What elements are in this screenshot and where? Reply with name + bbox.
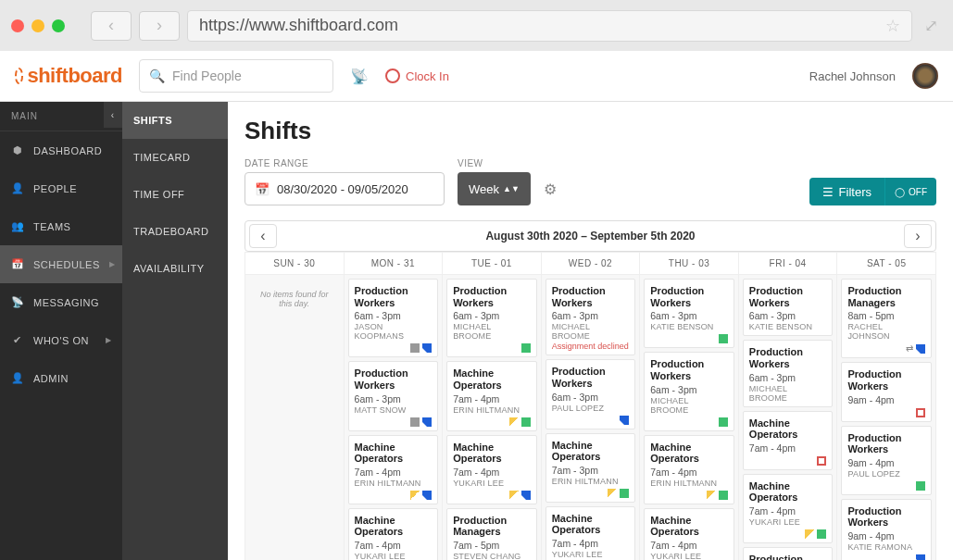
subnav-item-availability[interactable]: AVAILABILITY — [122, 250, 228, 287]
shift-title: Machine Operators — [453, 442, 531, 465]
status-badge-green — [521, 417, 531, 427]
shift-card[interactable]: Production Workers6am - 3pmMICHAEL BROOM… — [446, 279, 537, 357]
sidebar-item-label: MESSAGING — [33, 297, 99, 308]
shift-card[interactable]: Production Workers6am - 3pmMATT SNOW — [348, 361, 439, 430]
logo[interactable]: shiftboard — [15, 64, 122, 88]
shift-card[interactable]: Machine Operators7am - 4pmYUKARI LEE — [644, 508, 734, 560]
shift-card[interactable]: Machine Operators7am - 4pmERIN HILTMANN — [446, 361, 537, 430]
shift-title: Production Workers — [453, 285, 531, 308]
shift-title: Production Managers — [847, 285, 925, 308]
shift-card[interactable]: Machine Operators7am - 4pmYUKARI LEE — [545, 506, 636, 560]
status-badge-open — [916, 408, 925, 417]
filters-button[interactable]: ☰ Filters — [809, 178, 884, 205]
shift-card[interactable]: Production Workers9am - 4pmKATIE RAMONA — [841, 499, 932, 560]
shift-title: Machine Operators — [650, 515, 728, 538]
shift-card[interactable]: Machine Operators7am - 4pmYUKARI LEE — [348, 508, 439, 560]
shift-time: 7am - 4pm — [453, 467, 531, 478]
shift-card[interactable]: Machine Operators7am - 4pmYUKARI LEE — [446, 435, 537, 504]
status-badge-blue — [521, 491, 531, 500]
prev-week-button[interactable]: ‹ — [249, 224, 277, 248]
sidebar-item-who-s-on[interactable]: ✔WHO'S ON▶ — [0, 321, 122, 359]
username[interactable]: Rachel Johnson — [809, 69, 896, 83]
status-badge-blue — [916, 554, 925, 560]
user-avatar[interactable] — [912, 63, 938, 89]
shift-card[interactable]: Production Managers8am - 5pmRACHEL JOHNS… — [841, 279, 932, 358]
shift-time: 7am - 4pm — [650, 540, 728, 551]
sidebar-icon: ✔ — [11, 334, 24, 346]
sidebar-item-messaging[interactable]: 📡MESSAGING — [0, 283, 122, 321]
shift-card[interactable]: Production Managers7am - 5pmSTEVEN CHANG — [446, 508, 537, 560]
shift-card[interactable]: Machine Operators7am - 4pmERIN HILTMANN — [348, 435, 439, 504]
settings-gear-icon[interactable]: ⚙ — [538, 180, 562, 198]
chevron-updown-icon: ▲▼ — [503, 184, 520, 193]
sidebar-item-schedules[interactable]: 📅SCHEDULES▶ — [0, 245, 122, 283]
shift-person: ERIN HILTMANN — [453, 405, 531, 415]
shift-card[interactable]: Machine Operators7am - 3pmERIN HILTMANN — [545, 433, 636, 503]
sidebar-item-teams[interactable]: 👥TEAMS — [0, 207, 122, 245]
back-button[interactable]: ‹ — [91, 11, 132, 41]
bookmark-star-icon[interactable]: ☆ — [885, 16, 900, 36]
sidebar-item-admin[interactable]: 👤ADMIN — [0, 359, 122, 397]
broadcast-icon[interactable]: 📡 — [350, 68, 369, 85]
collapse-sidebar-button[interactable]: ‹ — [104, 102, 122, 128]
shift-card[interactable]: Production Workers6am - 3pmJASON KOOPMAN… — [348, 279, 439, 357]
view-dropdown[interactable]: Week ▲▼ — [458, 172, 531, 205]
subnav-item-shifts[interactable]: SHIFTS — [122, 102, 228, 139]
shift-time: 7am - 4pm — [650, 467, 728, 478]
forward-button[interactable]: › — [139, 11, 180, 41]
shift-card[interactable]: Machine Operators7am - 4pmYUKARI LEE — [743, 474, 834, 543]
minimize-window[interactable] — [31, 19, 44, 32]
address-bar[interactable]: https://www.shiftboard.com ☆ — [187, 10, 912, 42]
shift-time: 7am - 4pm — [749, 442, 827, 454]
date-range-display: August 30th 2020 – September 5th 2020 — [281, 230, 900, 243]
status-badge-blue — [422, 491, 432, 500]
sidebar-item-dashboard[interactable]: ⬢DASHBOARD — [0, 131, 122, 169]
subnav-item-time-off[interactable]: TIME OFF — [122, 176, 228, 213]
shift-card[interactable]: Production Workers6am - 3pmMICHAEL BROOM… — [644, 352, 734, 430]
day-header: MON - 31 — [345, 252, 443, 275]
day-body: No items found for this day. — [245, 275, 344, 560]
search-icon: 🔍 — [149, 68, 165, 83]
shift-time: 6am - 3pm — [749, 310, 827, 321]
shift-title: Production Managers — [453, 515, 531, 538]
shift-time: 8am - 5pm — [847, 310, 925, 321]
status-badge-green — [719, 417, 728, 427]
subnav-item-tradeboard[interactable]: TRADEBOARD — [122, 213, 228, 250]
flag-icon — [509, 417, 519, 427]
shift-title: Production Workers — [847, 432, 925, 455]
shift-card[interactable]: Production Workers9am - 4pmPAUL LOPEZ — [841, 426, 932, 495]
close-window[interactable] — [11, 19, 24, 32]
subnav-item-timecard[interactable]: TIMECARD — [122, 139, 228, 176]
shift-title: Machine Operators — [749, 480, 827, 504]
shift-card[interactable]: Machine Operators7am - 4pm — [743, 411, 834, 470]
date-range-input[interactable]: 📅 08/30/2020 - 09/05/2020 — [245, 172, 445, 205]
fullscreen-icon[interactable]: ⤢ — [920, 16, 942, 36]
shift-badges — [749, 456, 827, 466]
shift-card[interactable]: Production Workers6am - 3pmKATIE BENSON — [644, 279, 734, 348]
shift-card[interactable]: Production Workers6am - 3pmKATIE BENSON — [743, 279, 834, 336]
shift-person: YUKARI LEE — [552, 550, 630, 559]
clock-in-button[interactable]: Clock In — [385, 68, 449, 83]
shift-card[interactable]: Production Workers6am - 3pmMICHAEL BROOM… — [743, 340, 834, 406]
search-input[interactable]: 🔍 Find People — [139, 59, 333, 93]
next-week-button[interactable]: › — [904, 224, 932, 248]
maximize-window[interactable] — [52, 19, 65, 32]
status-badge-green — [817, 529, 826, 539]
shift-person: MICHAEL BROOME — [453, 322, 531, 341]
filters-off-toggle[interactable]: ◯ OFF — [884, 178, 936, 205]
shift-card[interactable]: Production Workers9am - 4pm — [841, 362, 932, 421]
shift-title: Production Workers — [847, 505, 925, 529]
shift-title: Machine Operators — [650, 442, 728, 465]
day-column: THU - 03Production Workers6am - 3pmKATIE… — [640, 252, 739, 560]
day-header: SAT - 05 — [837, 252, 935, 275]
shift-card[interactable]: Production Workers6am - 3pmMICHAEL BROOM… — [545, 279, 636, 355]
shift-card[interactable]: Production — [743, 547, 834, 560]
shift-person: MICHAEL BROOME — [749, 384, 827, 403]
flag-icon — [608, 489, 617, 498]
sidebar-icon: ⬢ — [11, 144, 24, 156]
shift-person: MICHAEL BROOME — [552, 322, 630, 341]
shift-person: KATIE BENSON — [650, 322, 728, 331]
shift-card[interactable]: Machine Operators7am - 4pmERIN HILTMANN — [644, 435, 734, 504]
sidebar-item-people[interactable]: 👤PEOPLE — [0, 169, 122, 207]
shift-card[interactable]: Production Workers6am - 3pmPAUL LOPEZ — [545, 359, 636, 429]
